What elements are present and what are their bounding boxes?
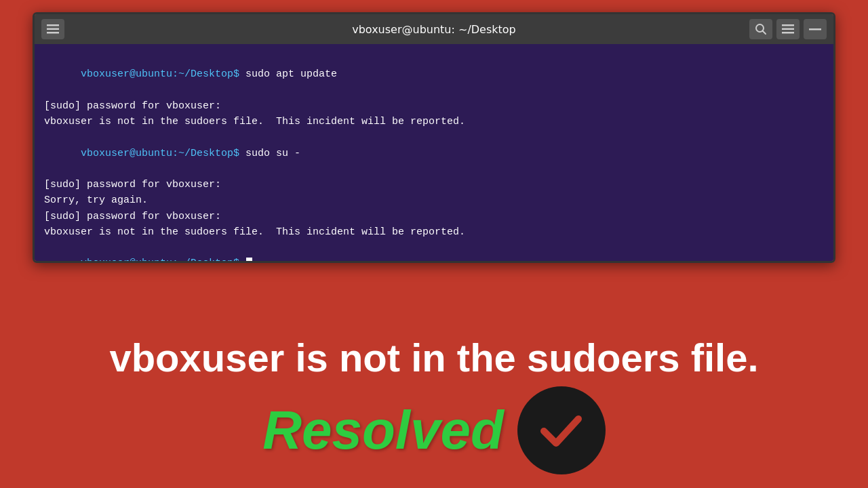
hamburger-button[interactable]	[776, 19, 800, 39]
cursor	[246, 258, 252, 261]
checkmark-icon	[536, 405, 587, 456]
svg-rect-7	[782, 32, 794, 34]
svg-rect-0	[47, 24, 59, 26]
svg-rect-8	[809, 28, 821, 30]
svg-rect-5	[782, 24, 794, 26]
terminal-line-9: vboxuser@ubuntu:~/Desktop$	[44, 240, 824, 261]
terminal-window: vboxuser@ubuntu: ~/Desktop	[33, 12, 835, 263]
terminal-line-6: Sorry, try again.	[44, 192, 824, 208]
search-button[interactable]	[749, 19, 772, 39]
terminal-line-8: vboxuser is not in the sudoers file. Thi…	[44, 224, 824, 240]
subtitle-area: vboxuser is not in the sudoers file.	[0, 336, 868, 380]
cmd-2: sudo su -	[245, 148, 300, 159]
terminal-title: vboxuser@ubuntu: ~/Desktop	[352, 23, 516, 36]
terminal-line-7: [sudo] password for vboxuser:	[44, 209, 824, 224]
prompt-2: vboxuser@ubuntu:~/Desktop$	[81, 148, 245, 159]
svg-rect-1	[47, 28, 59, 30]
prompt-1: vboxuser@ubuntu:~/Desktop$	[81, 68, 245, 80]
prompt-3: vboxuser@ubuntu:~/Desktop$	[81, 258, 245, 261]
terminal-body: vboxuser@ubuntu:~/Desktop$ sudo apt upda…	[35, 44, 833, 261]
subtitle-main-text: vboxuser is not in the sudoers file.	[27, 336, 841, 380]
terminal-line-4: vboxuser@ubuntu:~/Desktop$ sudo su -	[44, 129, 824, 177]
terminal-line-3: vboxuser is not in the sudoers file. Thi…	[44, 114, 824, 129]
titlebar-right	[749, 19, 827, 39]
terminal-line-1: vboxuser@ubuntu:~/Desktop$ sudo apt upda…	[44, 51, 824, 98]
svg-rect-6	[782, 28, 794, 30]
terminal-line-2: [sudo] password for vboxuser:	[44, 98, 824, 114]
terminal-menu-button[interactable]	[41, 19, 64, 39]
cmd-1: sudo apt update	[245, 68, 337, 80]
checkmark-circle	[517, 386, 606, 474]
terminal-titlebar: vboxuser@ubuntu: ~/Desktop	[35, 14, 833, 44]
minimize-button[interactable]	[804, 19, 827, 39]
svg-line-4	[763, 31, 766, 35]
resolved-area: Resolved	[0, 386, 868, 474]
resolved-label: Resolved	[262, 399, 504, 462]
terminal-line-5: [sudo] password for vboxuser:	[44, 177, 824, 192]
titlebar-left	[41, 19, 64, 39]
svg-rect-2	[47, 32, 59, 34]
